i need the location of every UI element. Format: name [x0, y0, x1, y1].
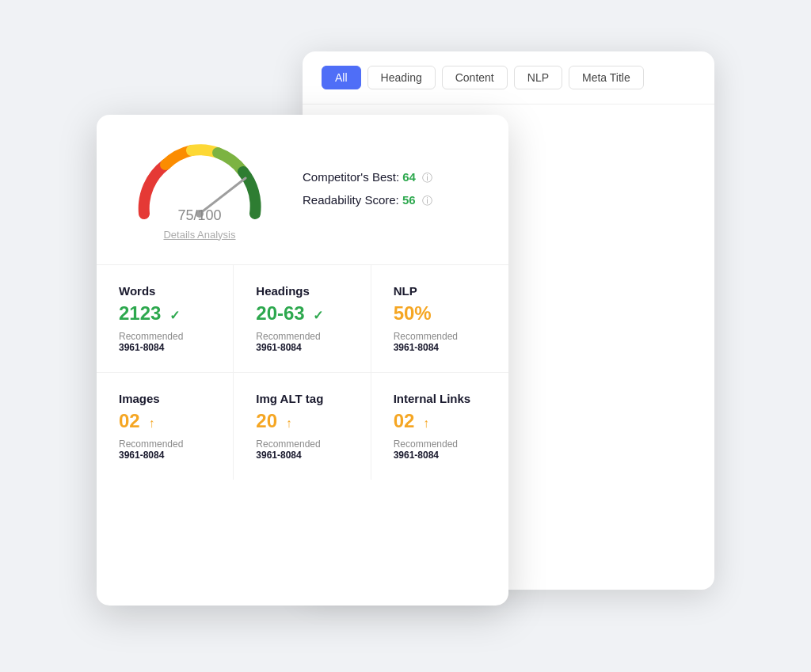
tab-nlp[interactable]: NLP: [514, 66, 562, 89]
stat-internal-links: Internal Links 02 ↑ Recommended3961-8084: [371, 373, 508, 480]
tab-metatitle[interactable]: Meta Title: [569, 66, 644, 89]
stat-headings-value: 20-63 ✓: [256, 302, 348, 325]
stat-images-value: 02 ↑: [119, 410, 211, 432]
stat-nlp-value: 50%: [394, 302, 486, 325]
competitors-best: Competitor's Best: 64 ⓘ: [303, 170, 432, 185]
readability-score: Readability Score: 56 ⓘ: [303, 193, 432, 208]
stat-internal-links-value: 02 ↑: [394, 410, 486, 432]
stat-headings-label: Headings: [256, 284, 348, 298]
stat-images-rec: Recommended3961-8084: [119, 439, 211, 461]
stat-words-rec: Recommended3961-8084: [119, 331, 211, 353]
info-icon: ⓘ: [422, 172, 432, 184]
score-top: 75/100 Details Analysis Competitor's Bes…: [97, 115, 508, 265]
tab-all[interactable]: All: [322, 66, 361, 89]
gauge-score: 75/100: [177, 201, 221, 226]
info-icon-2: ⓘ: [422, 195, 432, 207]
stat-imgalt: Img ALT tag 20 ↑ Recommended3961-8084: [234, 373, 371, 480]
tab-content[interactable]: Content: [442, 66, 508, 89]
stat-imgalt-rec: Recommended3961-8084: [256, 439, 348, 461]
stat-words-label: Words: [119, 284, 211, 298]
stats-grid-row2: Images 02 ↑ Recommended3961-8084 Img ALT…: [97, 373, 508, 480]
stat-nlp: NLP 50% Recommended3961-8084: [371, 265, 508, 373]
score-card: 75/100 Details Analysis Competitor's Bes…: [97, 115, 508, 606]
stat-internal-links-rec: Recommended3961-8084: [394, 439, 486, 461]
stat-images-label: Images: [119, 392, 211, 405]
stat-words-value: 2123 ✓: [119, 302, 211, 325]
stat-internal-links-label: Internal Links: [394, 392, 486, 405]
stat-imgalt-label: Img ALT tag: [256, 392, 348, 405]
tab-heading[interactable]: Heading: [367, 66, 436, 89]
scene: All Heading Content NLP Meta Title write…: [97, 51, 714, 621]
stat-words: Words 2123 ✓ Recommended3961-8084: [97, 265, 234, 373]
stat-nlp-label: NLP: [394, 284, 486, 298]
stat-headings-rec: Recommended3961-8084: [256, 331, 348, 353]
gauge-label[interactable]: Details Analysis: [163, 229, 235, 241]
stats-grid-row1: Words 2123 ✓ Recommended3961-8084 Headin…: [97, 265, 508, 373]
stat-headings: Headings 20-63 ✓ Recommended3961-8084: [234, 265, 371, 373]
stat-nlp-rec: Recommended3961-8084: [394, 331, 486, 353]
stat-imgalt-value: 20 ↑: [256, 410, 348, 432]
tabs-header: All Heading Content NLP Meta Title: [303, 51, 714, 104]
stat-images: Images 02 ↑ Recommended3961-8084: [97, 373, 234, 480]
gauge-current: 75: [177, 207, 193, 223]
score-metrics: Competitor's Best: 64 ⓘ Readability Scor…: [303, 170, 432, 208]
gauge: 75/100: [128, 139, 271, 226]
